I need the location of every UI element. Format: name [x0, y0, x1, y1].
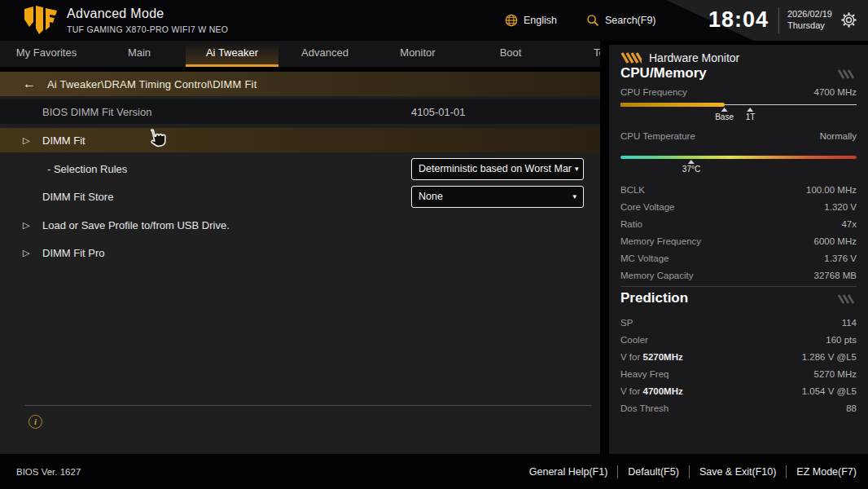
marker-triangle-icon: [688, 160, 695, 164]
monitor-row: BCLK100.00 MHz: [620, 181, 857, 198]
cpu-temperature-bar: 37°C: [620, 156, 857, 159]
cpu-memory-section-title: CPU/Memory: [620, 65, 707, 82]
mode-title: Advanced Mode: [67, 7, 164, 21]
dimm-fit-store-dropdown[interactable]: None ▾: [411, 186, 584, 208]
hardware-monitor-panel: Hardware Monitor CPU/Memory CPU Frequenc…: [609, 45, 868, 454]
monitor-row: Core Voltage1.320 V: [620, 198, 857, 215]
cpu-frequency-value: 4700 MHz: [814, 87, 857, 97]
setting-row-dimm-fit-pro[interactable]: ▷ DIMM Fit Pro: [0, 240, 600, 265]
expand-triangle-icon[interactable]: ▷: [23, 248, 34, 258]
setting-label: DIMM Fit: [42, 134, 85, 147]
setting-row-dimm-fit-store: DIMM Fit Store None ▾: [0, 184, 600, 209]
monitor-row: SP114: [620, 314, 857, 331]
cpu-memory-readouts: BCLK100.00 MHzCore Voltage1.320 VRatio47…: [620, 181, 857, 284]
hardware-monitor-title: Hardware Monitor: [649, 51, 739, 64]
hazard-stripes-icon: [620, 51, 642, 64]
setting-label: BIOS DIMM Fit Version: [42, 106, 151, 118]
footer-separator: [617, 465, 618, 478]
cpu-frequency-bar-fill: [620, 103, 725, 107]
search-button[interactable]: Search(F9): [586, 0, 656, 41]
freq-marker-base: Base: [715, 108, 734, 121]
back-arrow-icon[interactable]: ←: [23, 77, 36, 91]
setting-row-selection-rules: - Selection Rules Deterministic based on…: [0, 156, 600, 181]
info-icon[interactable]: i: [28, 415, 42, 429]
section-divider: [620, 286, 857, 287]
setting-label: - Selection Rules: [47, 163, 127, 175]
clock-date: 2026/02/19: [787, 8, 832, 20]
footer-button-default-f5-[interactable]: Default(F5): [628, 466, 679, 478]
expand-triangle-icon[interactable]: ▷: [23, 220, 34, 231]
breadcrumb-path: Ai Tweaker\DRAM Timing Control\DIMM Fit: [47, 78, 257, 90]
cpu-temperature-label: CPU Temperature: [620, 131, 695, 141]
settings-gear-icon[interactable]: [840, 11, 857, 29]
tab-ai-tweaker[interactable]: Ai Tweaker: [186, 41, 278, 67]
cpu-temperature-value: Normally: [820, 131, 857, 141]
expand-triangle-icon[interactable]: ▷: [23, 135, 34, 146]
setting-label: DIMM Fit Pro: [42, 247, 105, 259]
top-header-bar: Advanced Mode TUF GAMING X870-PRO WIFI7 …: [0, 0, 868, 41]
setting-row-load-save-profile[interactable]: ▷ Load or Save Profile to/from USB Drive…: [0, 213, 600, 237]
language-selector[interactable]: English: [505, 0, 557, 41]
tuf-logo-icon: [23, 6, 59, 35]
setting-label: DIMM Fit Store: [42, 191, 113, 203]
search-icon: [586, 14, 599, 27]
board-name: TUF GAMING X870-PRO WIFI7 W NEO: [67, 24, 228, 34]
selection-rules-dropdown[interactable]: Deterministic based on Worst Mar ▾: [411, 158, 584, 180]
bios-version-label: BIOS Ver. 1627: [16, 454, 81, 489]
marker-triangle-icon: [721, 108, 728, 112]
footer-bar: BIOS Ver. 1627 General Help(F1)Default(F…: [0, 454, 868, 489]
monitor-row: Memory Frequency6000 MHz: [620, 232, 857, 249]
prediction-section-title: Prediction: [620, 290, 688, 306]
section-stripes-icon: [837, 294, 855, 304]
setting-row-dimm-fit[interactable]: ▷ DIMM Fit: [0, 128, 600, 152]
breadcrumb[interactable]: ← Ai Tweaker\DRAM Timing Control\DIMM Fi…: [0, 72, 600, 96]
setting-row-bios-dimm-fit-version: BIOS DIMM Fit Version 4105-01-01: [0, 99, 600, 124]
tab-tool[interactable]: Tool: [557, 41, 600, 67]
monitor-row: Memory Capacity32768 MB: [620, 267, 857, 284]
tab-monitor[interactable]: Monitor: [371, 41, 464, 67]
footer-separator: [786, 465, 787, 478]
globe-icon: [505, 14, 518, 27]
cpu-frequency-label: CPU Frequency: [620, 87, 687, 97]
settings-panel: ← Ai Tweaker\DRAM Timing Control\DIMM Fi…: [0, 72, 600, 454]
clock-weekday: Thursday: [787, 20, 832, 31]
main-tab-bar: My FavoritesMainAi TweakerAdvancedMonito…: [0, 41, 600, 67]
footer-button-ez-mode-f7-[interactable]: EZ Mode(F7): [796, 466, 857, 478]
monitor-row: Dos Thresh88: [620, 399, 857, 416]
monitor-row: V for 5270MHz1.286 V @L5: [620, 348, 857, 365]
monitor-row: MC Voltage1.376 V: [620, 249, 857, 267]
temp-marker: 37°C: [682, 160, 700, 174]
chevron-down-icon: ▾: [569, 192, 576, 200]
freq-marker-1t: 1T: [746, 108, 756, 121]
chevron-down-icon: ▾: [572, 165, 579, 173]
marker-triangle-icon: [747, 108, 753, 112]
cpu-frequency-bar: Base1T: [620, 103, 857, 107]
footer-separator: [689, 465, 690, 478]
setting-value: 4105-01-01: [411, 106, 466, 118]
footer-button-general-help-f1-[interactable]: General Help(F1): [529, 466, 608, 478]
tab-my-favorites[interactable]: My Favorites: [0, 41, 93, 67]
section-stripes-icon: [837, 69, 855, 79]
help-divider: [24, 405, 592, 406]
monitor-row: Heavy Freq5270 MHz: [620, 365, 857, 382]
setting-label: Load or Save Profile to/from USB Drive.: [42, 219, 230, 231]
search-label: Search(F9): [605, 15, 656, 26]
prediction-readouts: SP114Cooler160 ptsV for 5270MHz1.286 V @…: [620, 314, 857, 416]
tab-boot[interactable]: Boot: [464, 41, 557, 67]
monitor-row: Cooler160 pts: [620, 331, 857, 348]
clock-separator: [778, 7, 779, 33]
clock-time: 18:04: [708, 7, 769, 33]
footer-actions: General Help(F1)Default(F5)Save & Exit(F…: [529, 454, 857, 489]
footer-button-save-exit-f10-[interactable]: Save & Exit(F10): [699, 466, 776, 478]
monitor-row: Ratio47x: [620, 215, 857, 232]
tab-advanced[interactable]: Advanced: [278, 41, 371, 67]
language-label: English: [524, 15, 557, 26]
tab-main[interactable]: Main: [93, 41, 186, 67]
monitor-row: V for 4700MHz1.054 V @L5: [620, 382, 857, 399]
